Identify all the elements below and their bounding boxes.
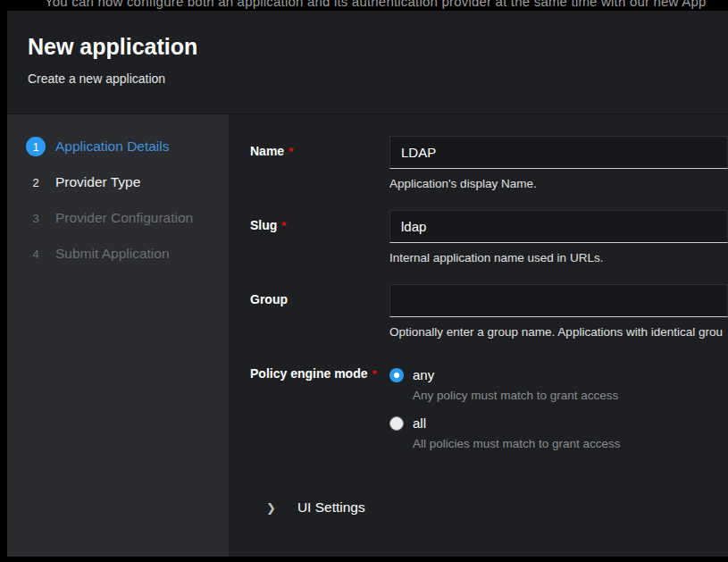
required-asterisk: * bbox=[289, 145, 293, 158]
step-indicator: 2 bbox=[26, 172, 46, 192]
step-label: Provider Configuration bbox=[55, 210, 193, 226]
wizard-nav: 1 Application Details 2 Provider Type 3 … bbox=[7, 114, 229, 557]
ui-settings-label: UI Settings bbox=[297, 499, 365, 516]
step-indicator: 1 bbox=[26, 137, 46, 156]
step-label: Application Details bbox=[55, 138, 170, 155]
policy-engine-mode-label: Policy engine mode* bbox=[250, 358, 389, 464]
required-asterisk: * bbox=[372, 367, 376, 381]
modal-header: New application Create a new application bbox=[7, 11, 728, 113]
radio-checked-icon[interactable] bbox=[389, 368, 404, 382]
wizard-step-provider-type[interactable]: 2 Provider Type bbox=[26, 172, 229, 192]
group-label: Group bbox=[250, 284, 389, 339]
name-field-row: Name* Application's display Name. bbox=[250, 136, 728, 190]
required-asterisk: * bbox=[281, 219, 286, 232]
step-label: Submit Application bbox=[55, 246, 170, 262]
policy-engine-mode-row: Policy engine mode* any Any policy must … bbox=[250, 358, 728, 464]
policy-mode-any-label[interactable]: any bbox=[413, 367, 434, 382]
group-input[interactable] bbox=[389, 284, 728, 317]
banner-text: You can now configure both an applicatio… bbox=[45, 0, 706, 9]
page-subtitle: Create a new application bbox=[28, 71, 728, 86]
step-indicator: 4 bbox=[26, 244, 46, 264]
application-details-form: Name* Application's display Name. Slug* … bbox=[229, 114, 728, 557]
wizard-step-provider-configuration: 3 Provider Configuration bbox=[26, 208, 229, 228]
wizard-step-submit-application: 4 Submit Application bbox=[26, 244, 229, 264]
ui-settings-expander[interactable]: ❯ UI Settings bbox=[250, 499, 728, 516]
step-indicator: 3 bbox=[26, 208, 46, 228]
policy-mode-all-helper: All policies must match to grant access bbox=[413, 437, 728, 450]
policy-mode-all-label[interactable]: all bbox=[413, 415, 426, 431]
radio-unchecked-icon[interactable] bbox=[389, 416, 404, 431]
slug-helper-text: Internal application name used in URLs. bbox=[389, 251, 728, 264]
screen: You can now configure both an applicatio… bbox=[0, 0, 728, 562]
step-label: Provider Type bbox=[55, 174, 140, 190]
new-application-modal: New application Create a new application… bbox=[7, 11, 728, 557]
slug-label: Slug* bbox=[250, 210, 389, 264]
group-field-row: Group Optionally enter a group name. App… bbox=[250, 284, 728, 339]
wizard-step-application-details[interactable]: 1 Application Details bbox=[26, 137, 229, 156]
policy-mode-any-helper: Any policy must match to grant access bbox=[413, 389, 728, 402]
group-helper-text: Optionally enter a group name. Applicati… bbox=[389, 325, 728, 339]
modal-body: 1 Application Details 2 Provider Type 3 … bbox=[7, 113, 728, 557]
policy-mode-any-option[interactable]: any bbox=[389, 367, 728, 382]
name-helper-text: Application's display Name. bbox=[389, 177, 728, 190]
name-input[interactable] bbox=[389, 136, 728, 169]
slug-input[interactable] bbox=[389, 210, 728, 243]
policy-mode-all-option[interactable]: all bbox=[389, 415, 728, 431]
chevron-right-icon: ❯ bbox=[266, 502, 276, 514]
slug-field-row: Slug* Internal application name used in … bbox=[250, 210, 728, 264]
name-label: Name* bbox=[250, 136, 389, 190]
page-title: New application bbox=[28, 33, 728, 60]
